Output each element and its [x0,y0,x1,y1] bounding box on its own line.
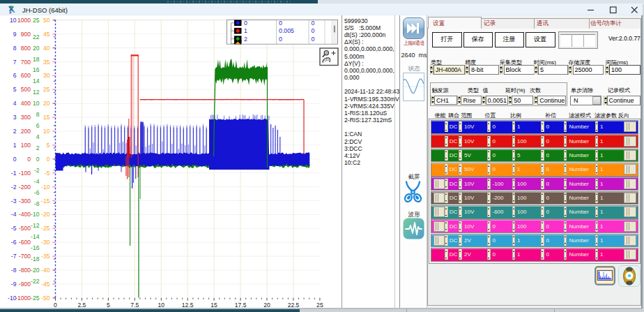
svg-text:-16: -16 [31,244,40,251]
svg-text:0: 0 [13,156,17,163]
svg-text:-600: -600 [19,239,31,246]
svg-text:-25: -25 [31,295,40,302]
svg-text:30: 30 [43,72,50,79]
svg-text:-18: -18 [31,255,40,262]
svg-text:-200: -200 [19,184,31,191]
svg-text:0: 0 [312,20,315,27]
svg-text:8: 8 [36,111,40,118]
svg-text:1000: 1000 [17,17,31,24]
svg-text:20: 20 [43,100,50,107]
svg-text:4: 4 [36,133,40,140]
svg-text:700: 700 [21,59,31,66]
svg-text:14: 14 [33,77,40,84]
svg-text:3: 3 [13,114,17,121]
svg-text:-22: -22 [31,278,40,285]
svg-text:50: 50 [43,17,50,24]
svg-text:25: 25 [33,17,40,24]
svg-text:-20: -20 [41,211,50,218]
svg-text:0: 0 [27,156,31,163]
svg-text:-400: -400 [19,211,31,218]
svg-text:45: 45 [43,31,50,38]
svg-text:-3: -3 [11,198,17,205]
svg-text:0: 0 [36,156,40,163]
svg-text:400: 400 [21,100,31,107]
svg-text:0: 0 [244,20,247,27]
svg-text:-35: -35 [41,253,50,260]
svg-text:300: 300 [21,114,31,121]
svg-text:15: 15 [43,114,50,121]
svg-text:9: 9 [13,31,17,38]
svg-text:0: 0 [279,36,282,43]
svg-text:900: 900 [21,31,31,38]
svg-text:-4: -4 [34,178,40,185]
svg-text:5: 5 [13,86,17,93]
svg-text:-50: -50 [41,295,50,302]
svg-text:-7: -7 [11,253,17,260]
svg-text:-1: -1 [11,170,17,177]
svg-text:25: 25 [43,86,50,93]
svg-text:-40: -40 [41,267,50,274]
svg-text:2: 2 [244,36,247,43]
svg-text:-1000: -1000 [15,295,31,302]
svg-text:6: 6 [13,72,17,79]
svg-text:500: 500 [21,86,31,93]
svg-text:5: 5 [47,142,50,149]
svg-text:-20: -20 [31,267,40,274]
svg-text:2: 2 [36,144,40,151]
svg-text:-500: -500 [19,225,31,232]
svg-text:0.005: 0.005 [279,27,294,34]
svg-text:10: 10 [43,128,50,135]
svg-text:0: 0 [312,27,315,34]
svg-text:-4: -4 [11,211,17,218]
svg-text:-25: -25 [41,225,50,232]
svg-text:0: 0 [47,156,50,163]
svg-text:-10: -10 [41,184,50,191]
svg-text:600: 600 [21,72,31,79]
svg-text:-6: -6 [11,239,17,246]
svg-text:20: 20 [33,45,40,52]
svg-text:18: 18 [33,56,40,63]
svg-text:35: 35 [43,59,50,66]
svg-text:2: 2 [13,128,17,135]
svg-text:-800: -800 [19,267,31,274]
svg-text:0: 0 [279,20,282,27]
svg-text:-9: -9 [11,281,17,288]
svg-text:-10: -10 [31,211,40,218]
svg-text:100: 100 [21,142,31,149]
svg-text:-6: -6 [34,189,40,196]
svg-text:1: 1 [244,27,247,34]
svg-text:10: 10 [10,17,17,24]
svg-text:-8: -8 [11,267,17,274]
svg-text:-14: -14 [31,233,40,240]
svg-text:10: 10 [33,100,40,107]
svg-text:6: 6 [36,122,40,129]
svg-text:-100: -100 [19,170,31,177]
svg-text:-900: -900 [19,281,31,288]
svg-text:-2: -2 [11,184,17,191]
svg-text:4: 4 [13,100,17,107]
svg-text:-8: -8 [34,200,40,207]
svg-text:-15: -15 [41,198,50,205]
svg-text:800: 800 [21,45,31,52]
svg-text:-12: -12 [31,222,40,229]
svg-text:-30: -30 [41,239,50,246]
svg-text:-45: -45 [41,281,50,288]
svg-text:12: 12 [33,89,40,96]
svg-text:40: 40 [43,45,50,52]
svg-text:-300: -300 [19,198,31,205]
svg-text:22: 22 [33,34,40,40]
svg-text:-5: -5 [11,225,17,232]
svg-text:1: 1 [13,142,17,149]
svg-text:8: 8 [13,45,17,52]
svg-text:-5: -5 [45,170,50,177]
svg-text:200: 200 [21,128,31,135]
svg-text:0: 0 [312,36,315,43]
svg-text:-700: -700 [19,253,31,260]
svg-text:7: 7 [13,59,17,66]
svg-text:16: 16 [33,66,40,73]
svg-text:-2: -2 [34,167,40,174]
